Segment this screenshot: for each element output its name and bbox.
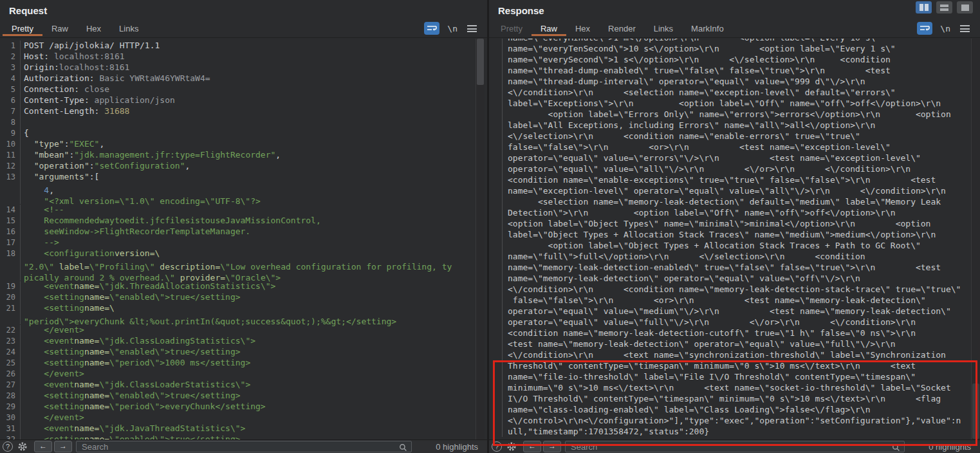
request-search-input[interactable] bbox=[77, 441, 411, 452]
line-number: 5 bbox=[0, 84, 21, 95]
layout-button-group bbox=[916, 1, 973, 14]
tab-bar-divider bbox=[0, 37, 487, 38]
code-line: 10 "type":"EXEC", bbox=[0, 138, 487, 149]
line-number: 17 bbox=[0, 237, 21, 248]
code-line: name=\"file-io-threshold\" label=\"File … bbox=[504, 371, 980, 382]
search-previous-button[interactable]: ← bbox=[523, 441, 541, 452]
line-number: 27 bbox=[0, 380, 21, 391]
line-number: 26 bbox=[0, 369, 21, 380]
request-scrollbar-thumb[interactable] bbox=[477, 39, 484, 85]
layout-single-button[interactable] bbox=[957, 1, 973, 14]
code-line: 31 <eventname=\"jdk.JavaThreadStatistics… bbox=[0, 423, 487, 434]
tab-links[interactable]: Links bbox=[645, 21, 682, 36]
tab-pretty: Pretty bbox=[492, 21, 532, 36]
response-search-input[interactable] bbox=[566, 441, 904, 452]
request-highlights-count: 0 highlights bbox=[436, 442, 478, 452]
line-number: 21 bbox=[0, 303, 21, 314]
request-search-bar: ? ← → 0 highlights bbox=[0, 439, 487, 453]
line-number: 15 bbox=[0, 216, 21, 226]
code-line: 3Origin:localhost:8161 bbox=[0, 62, 487, 73]
word-wrap-toggle-icon[interactable] bbox=[917, 22, 932, 35]
code-line: Threshold\" contentType=\"timespan\" min… bbox=[504, 360, 980, 371]
code-line: label=\"All Exceptions, including Errors… bbox=[504, 120, 980, 131]
request-editor[interactable]: 1POST /api/jolokia/ HTTP/1.12Host: local… bbox=[0, 39, 487, 440]
tab-raw[interactable]: Raw bbox=[42, 21, 77, 36]
tab-render[interactable]: Render bbox=[599, 21, 645, 36]
word-wrap-toggle-icon[interactable] bbox=[424, 22, 439, 35]
code-line: 9{ bbox=[0, 127, 487, 138]
line-number: 22 bbox=[0, 325, 21, 336]
code-line: 7Content-Length: 31688 bbox=[0, 106, 487, 116]
help-icon[interactable]: ? bbox=[492, 441, 502, 452]
tab-bar-divider bbox=[489, 37, 980, 38]
code-line: 29 <settingname=\"period\">everyChunk</s… bbox=[0, 401, 487, 412]
line-number: 1 bbox=[0, 41, 21, 51]
line-number bbox=[0, 270, 21, 281]
code-line: 17 --> bbox=[0, 237, 487, 248]
show-newlines-toggle[interactable]: \n bbox=[940, 24, 950, 33]
code-line: ull,"timestamp":1701358472,"status":200} bbox=[504, 426, 980, 437]
request-scrollbar[interactable] bbox=[476, 39, 485, 440]
code-line: 16 seeWindow->FlightRecorderTemplateMana… bbox=[0, 226, 487, 237]
line-number bbox=[0, 313, 21, 324]
code-line: name=\"everyTenSecond\">10 s<\/option>\r… bbox=[504, 43, 980, 54]
line-number bbox=[0, 259, 21, 270]
word-wrap-glyph bbox=[917, 22, 932, 35]
response-scrollbar[interactable] bbox=[971, 39, 980, 440]
response-panel: Response PrettyRawHexRenderLinksMarkInfo… bbox=[489, 0, 980, 453]
help-icon[interactable]: ? bbox=[3, 441, 13, 452]
code-line: 2Host: localhost:8161 bbox=[0, 51, 487, 62]
tab-links[interactable]: Links bbox=[110, 21, 147, 36]
code-line: 18 <configurationversion=\ bbox=[0, 248, 487, 259]
response-panel-title: Response bbox=[498, 5, 544, 16]
line-number: 29 bbox=[0, 402, 21, 412]
search-next-button[interactable]: → bbox=[543, 441, 561, 452]
code-line: <\/selection>\r\n <condition name=\"enab… bbox=[504, 131, 980, 142]
line-number: 4 bbox=[0, 73, 21, 84]
code-line: Detection\">\r\n <option label=\"Off\" n… bbox=[504, 207, 980, 218]
editor-menu-icon[interactable] bbox=[467, 25, 477, 32]
tab-pretty[interactable]: Pretty bbox=[3, 21, 42, 36]
code-line: 28 <settingname=\"enabled\">true</settin… bbox=[0, 390, 487, 401]
code-line: "period\">everyChunk &lt;%out.printIn(&q… bbox=[0, 313, 487, 324]
line-number: 24 bbox=[0, 347, 21, 358]
editor-menu-icon[interactable] bbox=[960, 25, 970, 32]
line-number: 10 bbox=[0, 139, 21, 150]
request-panel: Request PrettyRawHexLinks \n 1POST /api/… bbox=[0, 0, 487, 453]
line-number: 20 bbox=[0, 292, 21, 303]
show-newlines-toggle[interactable]: \n bbox=[447, 24, 458, 33]
code-line: false=\"false\">\r\n <or>\r\n <test name… bbox=[504, 295, 980, 306]
search-settings-gear-icon[interactable] bbox=[17, 441, 28, 452]
line-number: 16 bbox=[0, 226, 21, 237]
line-number: 12 bbox=[0, 161, 21, 172]
tab-hex[interactable]: Hex bbox=[77, 21, 110, 36]
response-scrollbar-thumb[interactable] bbox=[972, 384, 979, 439]
request-search-field bbox=[76, 441, 412, 452]
response-editor[interactable]: name=\"everyMinute\">1 m<\/option>\r\n <… bbox=[489, 39, 980, 440]
layout-rows-button[interactable] bbox=[936, 1, 952, 14]
code-line: name=\"full\">full<\/option>\r\n <\/sele… bbox=[504, 251, 980, 262]
search-previous-button[interactable]: ← bbox=[34, 441, 52, 452]
code-line: "<?xml version=\"1.0\" encoding=\"UTF-8\… bbox=[0, 193, 487, 204]
code-line: "2.0\" label=\"Profiling\" description=\… bbox=[0, 259, 487, 270]
code-line: false=\"false\">\r\n <or>\r\n <test name… bbox=[504, 142, 980, 153]
search-next-button[interactable]: → bbox=[54, 441, 72, 452]
code-line: label=\"Exceptions\">\r\n <option label=… bbox=[504, 98, 980, 109]
code-line: label=\"Object Types + Allocation Stack … bbox=[504, 229, 980, 240]
code-line: <\/condition>\r\n <text name=\"synchroni… bbox=[504, 349, 980, 360]
word-wrap-glyph bbox=[424, 22, 439, 35]
tab-raw[interactable]: Raw bbox=[532, 21, 566, 36]
code-line: <option label=\"Object Types + Allocatio… bbox=[504, 240, 980, 251]
code-line: 15 Recommendedwaytoedit.jfcfilesistouseJ… bbox=[0, 215, 487, 226]
line-number: 6 bbox=[0, 95, 21, 106]
tab-markinfo[interactable]: MarkInfo bbox=[682, 21, 733, 36]
line-number: 7 bbox=[0, 106, 21, 117]
code-line: 30 </event> bbox=[0, 412, 487, 423]
code-line: 11 "mbean":"jdk.management.jfr:type=Flig… bbox=[0, 149, 487, 160]
search-settings-gear-icon[interactable] bbox=[506, 441, 517, 452]
layout-columns-button[interactable] bbox=[916, 1, 932, 14]
line-number: 8 bbox=[0, 117, 21, 128]
search-magnifier-icon bbox=[892, 443, 900, 453]
line-number: 23 bbox=[0, 336, 21, 347]
tab-hex[interactable]: Hex bbox=[566, 21, 599, 36]
